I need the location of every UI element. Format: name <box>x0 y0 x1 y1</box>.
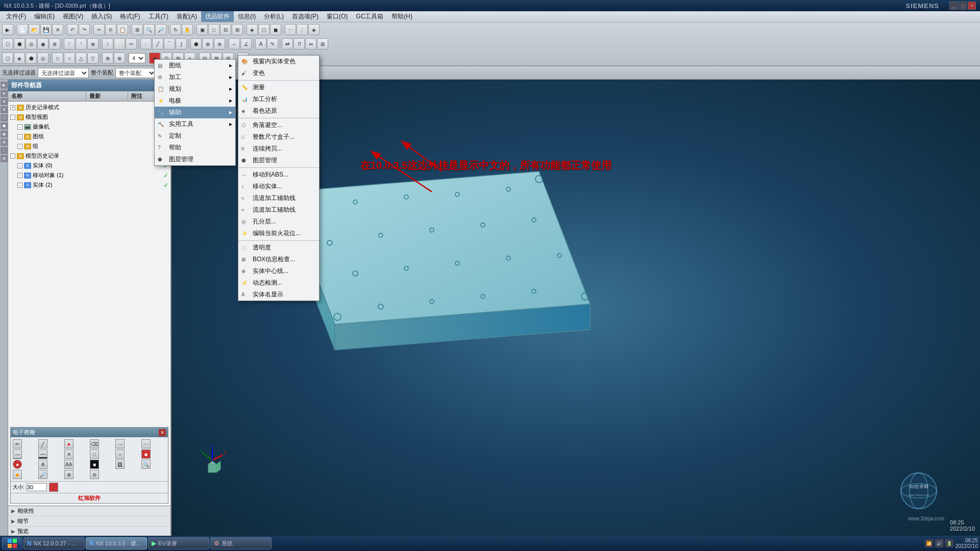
dd-help[interactable]: ? 帮助 <box>155 142 235 154</box>
teach-circle-fill[interactable]: ● <box>13 460 22 469</box>
dd-runner-aux1[interactable]: ≈ 流道加工辅助线 <box>238 192 319 204</box>
feature9-btn[interactable]: ⊕ <box>102 53 113 64</box>
filter-dropdown[interactable]: 无选择过滤器 <box>38 68 89 78</box>
feature5-btn[interactable]: □ <box>52 53 63 64</box>
measure-angle-btn[interactable]: ∠ <box>240 38 252 49</box>
expand-move-1[interactable]: - <box>17 173 22 178</box>
axis-btn[interactable]: ⊕ <box>202 38 213 49</box>
boolean-btn[interactable]: ⊗ <box>87 38 99 49</box>
tree-move-1[interactable]: - M 移动对象 (1) ✓ <box>9 170 169 180</box>
feature4-btn[interactable]: ◎ <box>37 53 48 64</box>
zoom-in-btn[interactable]: 🔍 <box>143 24 155 35</box>
dd-layer-management[interactable]: ⬟ 图层管理 <box>238 155 319 166</box>
shell-btn[interactable]: ⬜ <box>114 38 125 49</box>
sync-btn[interactable]: ⇄ <box>282 38 293 49</box>
plane-btn[interactable]: ⬟ <box>190 38 202 49</box>
side-icon-8[interactable]: ⊞ <box>1 139 8 146</box>
side-icon-1[interactable]: ▶ <box>1 82 8 89</box>
teach-eraser[interactable]: ⌫ <box>90 439 99 448</box>
dd-move-body[interactable]: ↕ 移动实体... <box>238 181 319 192</box>
more1-btn[interactable]: ⋯ <box>285 24 296 35</box>
offset-btn[interactable]: ⊞ <box>317 38 328 49</box>
teaching-close-btn[interactable]: × <box>159 429 166 436</box>
close-button[interactable]: × <box>968 2 976 10</box>
tree-drawings[interactable]: - ▤ 图纸 <box>9 132 169 141</box>
menu-info[interactable]: 信息(I) <box>234 11 260 22</box>
line-btn[interactable]: ╱ <box>152 38 163 49</box>
arc-btn[interactable]: ⌒ <box>164 38 175 49</box>
cut-btn[interactable]: ✂ <box>93 24 105 35</box>
feature2-btn[interactable]: ◈ <box>14 53 25 64</box>
menu-window[interactable]: 窗口(O) <box>323 11 352 22</box>
teach-rect-outline[interactable]: □ <box>90 449 99 459</box>
start-button[interactable] <box>2 537 22 549</box>
dd-corner-clearance[interactable]: ⬡ 角落避空... <box>238 119 319 131</box>
menu-assembly[interactable]: 装配(A) <box>173 11 201 22</box>
depth-dropdown[interactable]: 4 <box>129 53 145 63</box>
taskbar-system[interactable]: ⚙ 系统 <box>210 537 272 549</box>
dd-hole-layer[interactable]: ◎ 孔分层... <box>238 216 319 228</box>
menu-file[interactable]: 文件(F) <box>2 11 30 22</box>
more2-btn[interactable]: ⋮ <box>297 24 308 35</box>
taskbar-ev[interactable]: ▶ EV录屏 <box>148 537 209 549</box>
tray-battery[interactable]: 🔋 <box>945 539 953 547</box>
menu-youpin[interactable]: 优品软件 <box>201 11 234 22</box>
pattern-btn[interactable]: ⠿ <box>293 38 305 49</box>
assembly-dropdown[interactable]: 整个装配 <box>115 68 156 78</box>
teach-circle-outline[interactable]: ○ <box>115 449 125 459</box>
teach-img[interactable]: 🖼 <box>115 460 125 469</box>
teach-rect-fill[interactable]: ■ <box>141 449 151 459</box>
expand-history[interactable]: + <box>10 105 15 110</box>
move-face-btn[interactable]: ↕ <box>102 38 113 49</box>
tree-body-0[interactable]: - B 实体 (0) ✓ <box>9 161 169 170</box>
mirror-btn[interactable]: ⇔ <box>305 38 316 49</box>
menu-view[interactable]: 视图(V) <box>59 11 87 22</box>
taskbar-nx10[interactable]: N NX 10.0.3.5 - 建... <box>86 537 147 549</box>
dd-edit-spark[interactable]: ⚡ 编辑当前火花位... <box>238 228 319 239</box>
point-btn[interactable]: · <box>140 38 152 49</box>
dd-runner-aux2[interactable]: ≈ 流道加工辅助线 <box>238 204 319 216</box>
menu-edit[interactable]: 编辑(E) <box>30 11 59 22</box>
teach-zoom-in2[interactable]: ⊕ <box>64 470 74 479</box>
tree-body-2[interactable]: - B 实体 (2) ✓ <box>9 180 169 190</box>
redo-btn[interactable]: ↷ <box>79 24 90 35</box>
dd-body-name[interactable]: A 实体名显示 <box>238 289 319 300</box>
spline-btn[interactable]: ∫ <box>176 38 187 49</box>
note-btn[interactable]: ✎ <box>267 38 278 49</box>
dd-auxiliary[interactable]: 🔧 辅助 <box>155 107 235 118</box>
render-btn[interactable]: ◈ <box>247 24 258 35</box>
teach-zoom2[interactable]: 🔎 <box>38 470 47 479</box>
side-icon-5[interactable]: ⬡ <box>1 114 8 121</box>
save-btn[interactable]: 💾 <box>40 24 52 35</box>
side-icon-4[interactable]: ⊗ <box>1 106 8 113</box>
feature10-btn[interactable]: ⊗ <box>114 53 125 64</box>
revolve-btn[interactable]: ◎ <box>26 38 37 49</box>
dd-electrode[interactable]: ⚡ 电极 <box>155 95 235 107</box>
side-icon-2[interactable]: ◈ <box>1 90 8 97</box>
teach-zoom-out2[interactable]: ⊖ <box>90 470 99 479</box>
teach-diamond[interactable]: ◆ <box>13 470 22 479</box>
dd-dynamic-detect[interactable]: ⚡ 动态检测... <box>238 277 319 289</box>
expand-drawings[interactable]: - <box>17 134 22 139</box>
close-doc-btn[interactable]: ✕ <box>52 24 63 35</box>
start-btn[interactable]: ▶ <box>2 24 13 35</box>
menu-insert[interactable]: 插入(S) <box>87 11 116 22</box>
tray-network[interactable]: 📶 <box>925 539 933 547</box>
more3-btn[interactable]: ◈ <box>308 24 320 35</box>
side-icon-9[interactable]: ↕ <box>1 147 8 154</box>
dd-continuous-copy[interactable]: ⎘ 连续拷贝... <box>238 143 319 155</box>
dd-move-abs[interactable]: → 移动到ABS... <box>238 169 319 181</box>
teach-black-rect[interactable]: ■ <box>90 460 99 469</box>
dd-colorize[interactable]: 🖌 变色 <box>238 67 319 79</box>
paste-btn[interactable]: 📋 <box>117 24 128 35</box>
expand-body-2[interactable]: - <box>17 183 22 188</box>
panel-preview[interactable]: ▶ 预览 <box>8 527 170 537</box>
shade-btn[interactable]: ◼ <box>270 24 281 35</box>
expand-group[interactable]: - <box>17 144 22 149</box>
tree-camera[interactable]: - 📷 摄像机 ✓ <box>9 122 169 132</box>
text-btn[interactable]: A <box>255 38 266 49</box>
teach-x[interactable]: ✕ <box>64 449 74 459</box>
dd-int-box[interactable]: □ 整数尺寸盒子... <box>238 131 319 143</box>
feature6-btn[interactable]: ○ <box>64 53 75 64</box>
side-view-btn[interactable]: ⊞ <box>232 24 243 35</box>
